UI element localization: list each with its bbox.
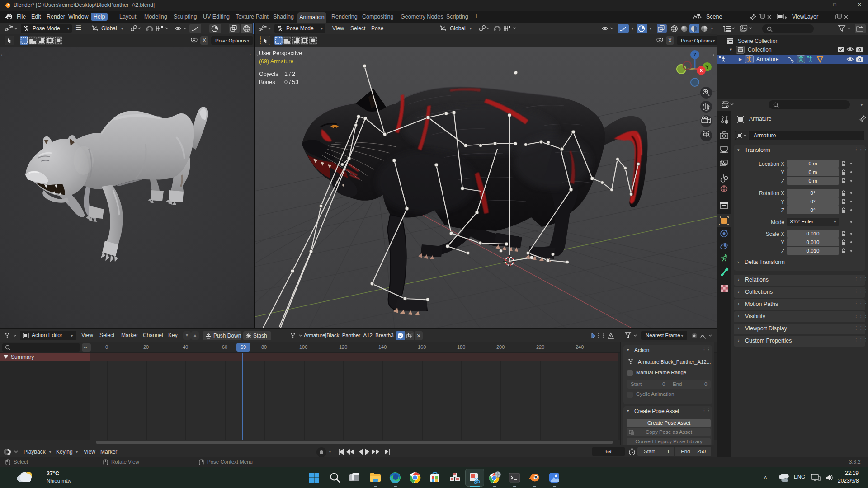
svg-text:Bones: Bones (259, 79, 275, 85)
svg-text:Objects: Objects (259, 71, 278, 77)
svg-text:1 / 2: 1 / 2 (284, 71, 295, 77)
svg-text:0 / 53: 0 / 53 (284, 79, 298, 85)
svg-text:‹: ‹ (713, 52, 714, 57)
svg-text:(69) Armature: (69) Armature (259, 58, 293, 65)
svg-text:Z: Z (693, 52, 697, 57)
svg-text:›: › (256, 52, 258, 57)
svg-text:Y: Y (705, 64, 709, 70)
svg-text:X: X (699, 68, 703, 73)
svg-text:User Perspective: User Perspective (259, 50, 302, 56)
